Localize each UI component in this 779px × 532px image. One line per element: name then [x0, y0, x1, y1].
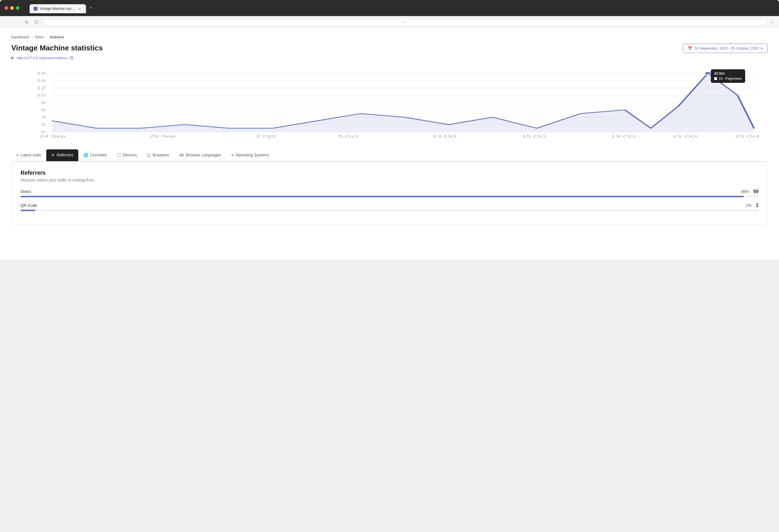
date-range-button[interactable]: 📅 24 September, 2020 - 25 October, 2020 … — [683, 44, 768, 53]
svg-text:14: 14 — [36, 79, 46, 82]
referrer-count-direct: 59 — [753, 189, 759, 194]
url-arrow-icon: ▶ — [11, 56, 14, 60]
card-subtitle: Discover where your traffic is coming fr… — [20, 178, 759, 182]
chart-highlight-point — [705, 72, 711, 75]
referrers-card: Referrers Discover where your traffic is… — [11, 162, 768, 225]
referrer-header-direct: Direct 98% 59 — [20, 189, 759, 194]
copy-icon[interactable]: ⧉ — [70, 55, 73, 60]
tabs-navigation: ≡ Latest visits ✕ Referrers 🌐 Countries … — [11, 150, 768, 162]
breadcrumb-dashboard[interactable]: Dashboard — [11, 35, 29, 39]
referrer-count-qrcode: 1 — [756, 203, 759, 208]
title-bar: Vintage Machine statistics - Ea × + — [0, 0, 779, 16]
page-url-row: ▶ http://127.0.0.1/qrmenu/s/demo ⧉ — [11, 55, 768, 60]
svg-text:6: 6 — [41, 108, 46, 112]
tab-title: Vintage Machine statistics - Ea — [40, 7, 75, 11]
referrer-name-qrcode: QR Code — [20, 203, 37, 208]
chart-container: 0 2 4 6 8 10 — [11, 67, 768, 140]
countries-icon: 🌐 — [83, 153, 88, 157]
svg-text:4: 4 — [41, 115, 46, 119]
info-button[interactable]: ⓘ — [33, 19, 40, 25]
svg-text:24 Sep: 24 Sep — [40, 134, 66, 138]
svg-text:19 Oct: 19 Oct — [611, 134, 636, 138]
tab-favicon — [34, 7, 38, 11]
operating-systems-icon: ≡ — [231, 153, 233, 157]
x-axis: 24 Sep 29 Sep 2 Oct 5 Oct 13 Oct 15 Oct … — [40, 134, 760, 138]
progress-bar-bg-direct — [20, 196, 759, 197]
svg-text:2: 2 — [41, 123, 46, 126]
svg-text:2 Oct: 2 Oct — [256, 134, 276, 138]
tab-referrers[interactable]: ✕ Referrers — [46, 150, 78, 161]
breadcrumb-sep-2: › — [46, 35, 47, 39]
chevron-down-icon: ▾ — [761, 46, 763, 50]
devices-icon: ☐ — [117, 153, 121, 157]
bookmark-icon[interactable]: ☆ — [403, 20, 406, 24]
refresh-button[interactable]: ↻ — [24, 19, 30, 25]
referrer-row-qrcode: QR Code 2% 1 — [20, 203, 759, 211]
minimize-button[interactable] — [10, 6, 14, 10]
page-header: Vintage Machine statistics 📅 24 Septembe… — [11, 44, 768, 53]
progress-bar-fill-qrcode — [20, 210, 35, 211]
referrer-percent-qrcode: 2% — [746, 203, 752, 208]
tab-devices[interactable]: ☐ Devices — [112, 150, 142, 161]
card-title: Referrers — [20, 170, 759, 176]
svg-text:29 Sep: 29 Sep — [149, 134, 176, 138]
browser-menu-button[interactable]: ⋮ — [770, 19, 775, 25]
progress-bar-bg-qrcode — [20, 210, 759, 211]
page-content: Dashboard › Store › Statistics Vintage M… — [0, 28, 779, 259]
tab-countries-label: Countries — [90, 153, 107, 157]
address-bar: ← → ↻ ⓘ ☆ ⋮ — [0, 16, 779, 28]
back-button[interactable]: ← — [4, 19, 11, 25]
url-bar[interactable]: ☆ — [43, 18, 767, 26]
page-url-link[interactable]: http://127.0.0.1/qrmenu/s/demo — [17, 56, 68, 60]
calendar-icon: 📅 — [688, 46, 692, 50]
svg-text:12: 12 — [36, 86, 46, 90]
tab-latest-visits[interactable]: ≡ Latest visits — [11, 150, 46, 161]
tab-devices-label: Devices — [123, 153, 137, 157]
tab-browsers[interactable]: ◫ Browsers — [142, 150, 174, 161]
svg-text:16: 16 — [36, 71, 46, 75]
svg-text:23 Oct: 23 Oct — [735, 134, 760, 138]
tab-operating-systems-label: Operating Systems — [236, 153, 269, 157]
forward-button[interactable]: → — [14, 19, 20, 25]
referrers-icon: ✕ — [51, 153, 55, 157]
referrer-percent-direct: 98% — [741, 189, 749, 194]
tab-latest-visits-label: Latest visits — [20, 153, 41, 157]
progress-bar-fill-direct — [20, 196, 744, 197]
referrer-name-direct: Direct — [20, 189, 31, 194]
breadcrumb-store[interactable]: Store — [35, 35, 44, 39]
tab-browser-languages-label: Browser Languages — [186, 153, 221, 157]
referrer-header-qrcode: QR Code 2% 1 — [20, 203, 759, 208]
tab-operating-systems[interactable]: ≡ Operating Systems — [226, 150, 274, 161]
svg-text:15 Oct: 15 Oct — [522, 134, 546, 138]
date-range-label: 24 September, 2020 - 25 October, 2020 — [695, 46, 759, 50]
tab-close-button[interactable]: × — [77, 6, 82, 11]
svg-text:10: 10 — [36, 93, 46, 97]
browsers-icon: ◫ — [147, 153, 151, 157]
svg-text:13 Oct: 13 Oct — [432, 134, 457, 138]
tab-browsers-label: Browsers — [153, 153, 169, 157]
tab-browser-languages[interactable]: Ab Browser Languages — [174, 150, 226, 161]
breadcrumb: Dashboard › Store › Statistics — [11, 35, 768, 39]
new-tab-button[interactable]: + — [86, 3, 96, 13]
svg-text:5 Oct: 5 Oct — [339, 134, 359, 138]
browser-languages-icon: Ab — [179, 153, 184, 157]
latest-visits-icon: ≡ — [16, 153, 18, 157]
svg-text:0: 0 — [41, 130, 46, 133]
breadcrumb-sep-1: › — [32, 35, 33, 39]
maximize-button[interactable] — [16, 6, 19, 10]
svg-text:8: 8 — [41, 101, 46, 104]
tab-referrers-label: Referrers — [57, 153, 73, 157]
browser-tab[interactable]: Vintage Machine statistics - Ea × — [29, 4, 86, 13]
close-button[interactable] — [4, 6, 8, 10]
tab-countries[interactable]: 🌐 Countries — [78, 150, 112, 161]
pageviews-chart: 0 2 4 6 8 10 — [11, 67, 768, 140]
referrer-stats-direct: 98% 59 — [741, 189, 759, 194]
svg-text:21 Oct: 21 Oct — [673, 134, 698, 138]
referrer-stats-qrcode: 2% 1 — [746, 203, 759, 208]
breadcrumb-statistics: Statistics — [49, 35, 64, 39]
referrer-row-direct: Direct 98% 59 — [20, 189, 759, 197]
page-title: Vintage Machine statistics — [11, 44, 103, 52]
traffic-lights — [4, 6, 19, 10]
